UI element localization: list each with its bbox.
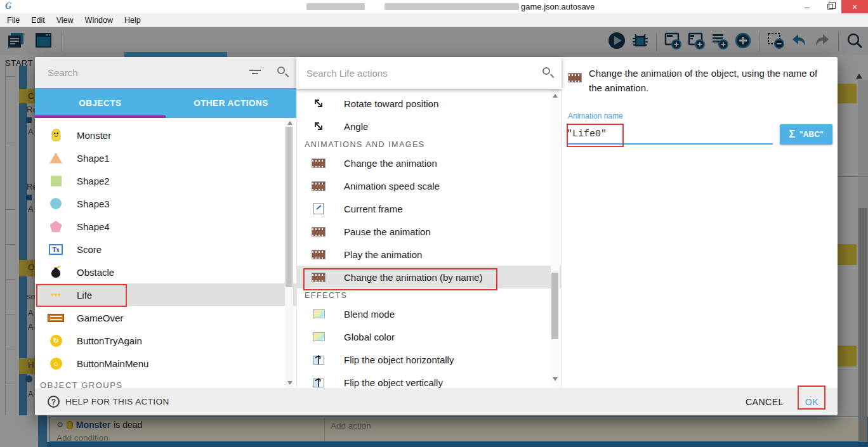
film-strip-icon [310, 181, 327, 191]
retry-button-icon: ↻ [48, 335, 64, 347]
object-row-shape2[interactable]: Shape2 [35, 169, 296, 192]
menu-bar: File Edit View Window Help [0, 13, 868, 27]
rotate-arrow-icon [310, 120, 327, 133]
circle-icon [48, 198, 64, 209]
restore-icon [827, 4, 833, 10]
film-strip-icon [310, 227, 327, 236]
scroll-down-arrow[interactable] [553, 377, 558, 381]
text-object-icon: Tx [48, 244, 64, 255]
object-tabs: OBJECTS OTHER ACTIONS [35, 88, 296, 118]
object-row-obstacle[interactable]: Obstacle [35, 261, 296, 283]
object-search-bar [35, 57, 296, 88]
frame-edit-icon [310, 203, 327, 214]
bomb-icon [48, 266, 64, 278]
object-row-life[interactable]: ♥♥♥ Life [35, 283, 296, 306]
rainbow-icon [310, 309, 327, 318]
minimize-button[interactable]: – [796, 0, 819, 13]
film-strip-icon [310, 159, 327, 168]
flip-icon [310, 377, 327, 388]
help-for-this-action-link[interactable]: ? HELP FOR THIS ACTION [48, 396, 169, 408]
action-row-current-frame[interactable]: Current frame [297, 197, 561, 220]
action-row-blend-mode[interactable]: Blend mode [297, 302, 561, 325]
animation-name-input[interactable] [567, 120, 773, 143]
object-row-shape1[interactable]: Shape1 [35, 146, 296, 169]
close-button[interactable]: × [841, 0, 868, 13]
film-strip-icon [310, 250, 327, 259]
action-chooser-dialog: OBJECTS OTHER ACTIONS Monster Shape1 Sha… [35, 57, 838, 415]
action-list-scrollbar[interactable] [551, 89, 560, 388]
object-row-buttonmainmenu[interactable]: ⌂ ButtonMainMenu [35, 352, 296, 375]
action-list-scrollbar-thumb[interactable] [551, 273, 558, 339]
object-groups-header: OBJECT GROUPS [35, 378, 296, 388]
rainbow-icon [310, 332, 327, 341]
object-list-scrollbar-thumb[interactable] [286, 127, 293, 287]
gameover-icon [48, 314, 64, 322]
menu-help[interactable]: Help [119, 16, 147, 25]
film-strip-icon [568, 73, 582, 82]
triangle-icon [48, 153, 64, 164]
menu-window[interactable]: Window [79, 16, 119, 25]
expression-editor-button[interactable]: Σ "ABC" [780, 124, 832, 145]
object-row-shape3[interactable]: Shape3 [35, 192, 296, 215]
restore-button[interactable] [819, 0, 841, 13]
home-button-icon: ⌂ [48, 358, 64, 370]
section-header-effects: EFFECTS [297, 288, 561, 302]
hearts-icon: ♥♥♥ [48, 292, 64, 298]
scroll-down-arrow[interactable] [287, 381, 293, 385]
section-header-animations: ANIMATIONS AND IMAGES [297, 138, 561, 152]
action-parameters-panel: Change the animation of the object, usin… [562, 57, 838, 388]
action-row-flip-horizontally[interactable]: Flip the object horizontally [297, 348, 561, 371]
object-row-shape4[interactable]: Shape4 [35, 215, 296, 238]
animation-name-label: Animation name [568, 112, 623, 120]
film-strip-icon [310, 273, 327, 282]
action-list: Rotate toward position Angle ANIMATIONS … [296, 89, 562, 388]
menu-view[interactable]: View [51, 16, 79, 25]
action-row-global-color[interactable]: Global color [297, 325, 561, 348]
cancel-button[interactable]: CANCEL [746, 397, 784, 407]
action-row-animation-speed-scale[interactable]: Animation speed scale [297, 174, 561, 197]
redacted-title-segment [385, 3, 519, 10]
action-row-play-animation[interactable]: Play the animation [297, 243, 561, 266]
menu-file[interactable]: File [1, 16, 25, 25]
object-list: Monster Shape1 Shape2 Shape3 Shape4 Tx S… [35, 118, 296, 388]
search-icon [542, 67, 550, 75]
tab-objects[interactable]: OBJECTS [35, 88, 166, 118]
action-row-change-animation-by-name[interactable]: Change the animation (by name) [297, 266, 561, 288]
title-bar: G game.json.autosave – × [0, 0, 868, 13]
object-search-input[interactable] [48, 65, 238, 80]
action-row-flip-vertically[interactable]: Flip the object vertically [297, 371, 561, 388]
help-icon: ? [48, 396, 60, 408]
scroll-up-arrow[interactable] [287, 121, 293, 125]
redacted-title-segment [306, 3, 365, 10]
animation-name-field-wrap [567, 120, 773, 145]
action-description: Change the animation of the object, usin… [589, 66, 833, 95]
pentagon-icon [48, 221, 64, 232]
object-row-score[interactable]: Tx Score [35, 238, 296, 261]
tab-other-actions[interactable]: OTHER ACTIONS [166, 88, 296, 118]
action-search-input[interactable] [306, 65, 516, 81]
object-row-monster[interactable]: Monster [35, 124, 296, 146]
sigma-icon: Σ [789, 129, 796, 140]
object-row-gameover[interactable]: GameOver [35, 306, 296, 329]
action-row-change-animation[interactable]: Change the animation [297, 152, 561, 174]
action-row-angle[interactable]: Angle [297, 115, 561, 138]
menu-edit[interactable]: Edit [25, 16, 51, 25]
flip-icon [310, 354, 327, 365]
ok-button[interactable]: OK [805, 397, 819, 407]
filter-icon[interactable] [249, 69, 261, 77]
gdevelop-window: G game.json.autosave – × File Edit View … [0, 0, 868, 447]
search-icon [277, 67, 285, 74]
rotate-arrow-icon [310, 97, 327, 110]
action-row-pause-animation[interactable]: Pause the animation [297, 220, 561, 243]
object-row-buttontryagain[interactable]: ↻ ButtonTryAgain [35, 329, 296, 352]
expression-abc-label: "ABC" [799, 130, 823, 139]
monster-icon [48, 128, 64, 142]
square-icon [48, 176, 64, 186]
scroll-up-arrow[interactable] [553, 94, 558, 98]
action-search-bar [296, 57, 562, 89]
gdevelop-logo-icon: G [5, 1, 11, 11]
action-row-rotate-toward-position[interactable]: Rotate toward position [297, 92, 561, 115]
window-title: game.json.autosave [521, 2, 595, 11]
dialog-footer: ? HELP FOR THIS ACTION CANCEL OK [35, 388, 838, 415]
